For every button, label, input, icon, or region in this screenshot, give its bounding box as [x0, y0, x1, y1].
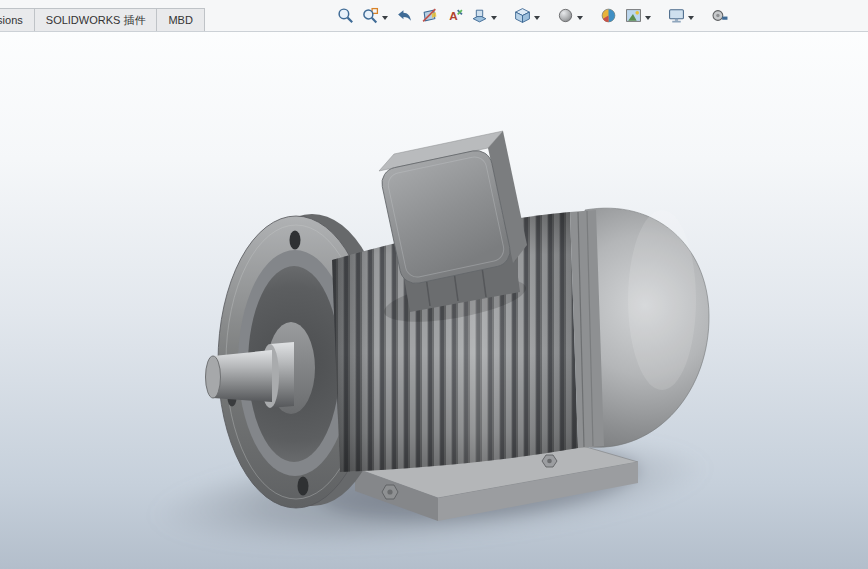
display-style-icon [557, 7, 574, 24]
chevron-down-icon[interactable] [534, 16, 540, 20]
motor-rear-cap[interactable] [585, 208, 709, 447]
display-style-button[interactable] [554, 3, 586, 29]
previous-view-button[interactable] [393, 3, 416, 29]
measure-button[interactable] [708, 3, 731, 29]
hex-bolt [382, 485, 398, 499]
graphics-viewport[interactable] [0, 0, 868, 569]
chevron-down-icon[interactable] [645, 16, 651, 20]
view-orientation-button[interactable] [511, 3, 543, 29]
command-manager-bar: nsions SOLIDWORKS 插件 MBD [0, 0, 868, 32]
view-settings-button[interactable] [665, 3, 697, 29]
flange-bolt-hole [290, 231, 301, 250]
zoom-to-area-icon [362, 7, 379, 24]
junction-box[interactable] [379, 131, 529, 330]
chevron-down-icon[interactable] [382, 16, 388, 20]
apply-scene-icon [625, 7, 642, 24]
edit-appearance-icon [600, 7, 617, 24]
zoom-to-area-button[interactable] [359, 3, 391, 29]
tab-dimensions-label: nsions [0, 14, 23, 26]
flange-bolt-hole [298, 477, 309, 496]
command-tabs: nsions SOLIDWORKS 插件 MBD [0, 0, 205, 31]
previous-view-icon [396, 7, 413, 24]
annotation-views-icon [471, 7, 488, 24]
tab-solidworks-addins-label: SOLIDWORKS 插件 [46, 13, 146, 28]
section-view-icon [421, 7, 438, 24]
dynamic-annotation-views-button[interactable]: A [443, 3, 466, 29]
chevron-down-icon[interactable] [491, 16, 497, 20]
svg-text:A: A [449, 9, 458, 22]
annotation-views-button[interactable] [468, 3, 500, 29]
tab-solidworks-addins[interactable]: SOLIDWORKS 插件 [35, 8, 158, 31]
tab-mbd[interactable]: MBD [157, 8, 204, 31]
edit-appearance-button[interactable] [597, 3, 620, 29]
section-view-button[interactable] [418, 3, 441, 29]
motor-model[interactable] [0, 0, 868, 569]
chevron-down-icon[interactable] [688, 16, 694, 20]
apply-scene-button[interactable] [622, 3, 654, 29]
zoom-to-fit-button[interactable] [334, 3, 357, 29]
chevron-down-icon[interactable] [577, 16, 583, 20]
dynamic-annotation-views-icon: A [446, 7, 463, 24]
zoom-to-fit-icon [337, 7, 354, 24]
view-orientation-icon [514, 7, 531, 24]
view-settings-icon [668, 7, 685, 24]
tab-mbd-label: MBD [168, 14, 192, 26]
heads-up-view-toolbar: A [333, 0, 732, 31]
tab-dimensions[interactable]: nsions [0, 8, 35, 31]
measure-icon [711, 7, 728, 24]
